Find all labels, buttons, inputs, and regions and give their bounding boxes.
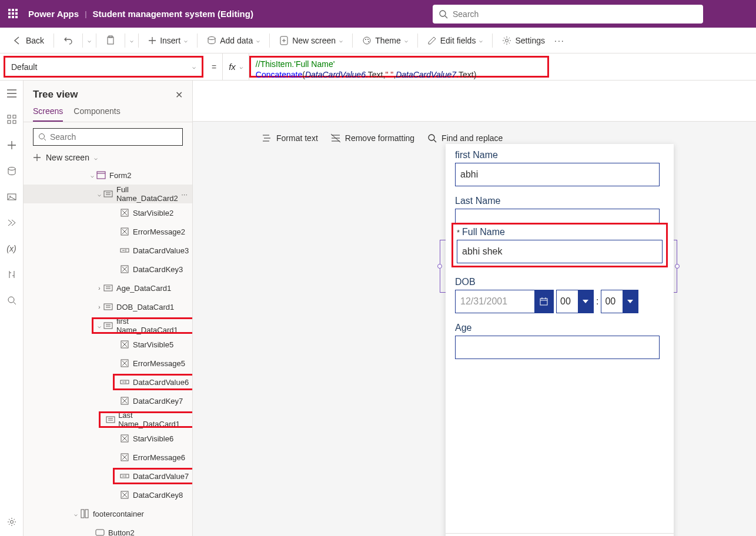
chevron-down-icon[interactable]: ⌵	[130, 37, 133, 43]
tab-screens[interactable]: Screens	[33, 106, 63, 122]
svg-line-22	[44, 139, 46, 140]
svg-rect-60	[96, 530, 104, 535]
tree-item[interactable]: StarVisible6	[24, 429, 192, 448]
insert-button[interactable]: Insert ⌵	[143, 32, 192, 49]
fx-label[interactable]: fx ⌵	[222, 53, 249, 80]
formula-input[interactable]: //ThisItem.'Full Name' Concatenate(DataC…	[249, 56, 549, 78]
full-name-label: Full Name	[462, 227, 505, 237]
new-screen-link[interactable]: New screen ⌵	[33, 152, 183, 163]
dob-minute-select[interactable]: 00	[601, 290, 638, 313]
tree-item-footer[interactable]: ⌵footercontainer	[24, 504, 192, 523]
svg-point-9	[368, 41, 369, 42]
tree-item-age-card[interactable]: ›Age_DataCard1	[24, 279, 192, 297]
settings-rail-icon[interactable]	[6, 516, 18, 528]
svg-point-62	[429, 135, 434, 140]
svg-rect-58	[81, 510, 84, 518]
format-text-button[interactable]: Format text	[262, 133, 318, 143]
svg-rect-37	[104, 304, 112, 310]
tree-item[interactable]: DataCardKey7	[24, 391, 192, 410]
svg-rect-49	[106, 417, 115, 423]
tree-item[interactable]: ErrorMessage2	[24, 222, 192, 241]
first-name-input[interactable]: abhi	[455, 163, 660, 186]
variables-rail-icon[interactable]: (x)	[6, 243, 18, 254]
dob-date-picker[interactable]: 12/31/2001	[455, 290, 554, 313]
tree-item-val6[interactable]: DataCardValue6	[24, 373, 192, 391]
tree-view-panel: Tree view ✕ Screens Components New scree…	[24, 81, 193, 536]
find-replace-button[interactable]: Find and replace	[427, 133, 503, 143]
svg-rect-64	[540, 299, 547, 305]
required-star: *	[457, 228, 460, 237]
search-input[interactable]	[453, 9, 697, 19]
undo-button[interactable]	[59, 32, 78, 49]
ellipsis-icon: ···	[554, 36, 565, 45]
chevron-down-icon: ⌵	[256, 37, 260, 43]
property-selector[interactable]: Default ⌵	[4, 56, 203, 78]
equals-sign: =	[206, 53, 222, 80]
search-icon	[427, 133, 437, 143]
svg-point-4	[208, 36, 215, 39]
more-icon[interactable]: ···	[181, 190, 188, 199]
svg-rect-13	[8, 120, 11, 123]
tree-item-firstname-card[interactable]: ⌵first Name_DataCard1	[24, 316, 192, 335]
close-icon[interactable]: ✕	[175, 89, 183, 101]
undo-icon	[63, 36, 73, 45]
hamburger-icon[interactable]	[6, 88, 18, 99]
search-rail-icon[interactable]	[6, 294, 18, 306]
settings-button[interactable]: Settings	[497, 32, 550, 49]
tree-item-val7[interactable]: DataCardValue7	[24, 467, 192, 485]
dob-hour-select[interactable]: 00	[556, 290, 594, 313]
tree-item-fullname-card[interactable]: ⌵Full Name_DataCard2···	[24, 185, 192, 203]
svg-rect-12	[13, 115, 16, 118]
tree-item[interactable]: StarVisible5	[24, 335, 192, 354]
new-screen-button[interactable]: New screen ⌵	[275, 32, 347, 49]
data-rail-icon[interactable]	[6, 165, 18, 177]
age-input[interactable]	[455, 336, 660, 359]
edit-icon	[427, 36, 437, 45]
tree-item-form2[interactable]: ⌵Form2	[24, 166, 192, 185]
tree-title: Tree view	[33, 89, 78, 101]
tree-icon[interactable]	[6, 113, 18, 125]
paste-button[interactable]	[101, 32, 120, 49]
tree-item[interactable]: DataCardKey3	[24, 260, 192, 279]
format-icon	[262, 134, 272, 142]
global-search[interactable]	[433, 5, 703, 24]
tree-item-dob-card[interactable]: ›DOB_DataCard1	[24, 297, 192, 316]
edit-fields-button[interactable]: Edit fields ⌵	[423, 32, 488, 49]
tree-item-button2[interactable]: Button2	[24, 523, 192, 536]
chevron-down-icon	[578, 290, 593, 313]
tree-item[interactable]: StarVisible2	[24, 203, 192, 222]
app-header: Power Apps | Student management system (…	[0, 0, 756, 28]
calendar-icon[interactable]	[534, 290, 553, 313]
flow-rail-icon[interactable]	[6, 217, 18, 229]
add-data-button[interactable]: Add data ⌵	[202, 32, 265, 49]
svg-point-18	[8, 297, 14, 303]
waffle-icon[interactable]	[8, 9, 19, 19]
more-button[interactable]: ···	[552, 32, 567, 49]
canvas: Format text Remove formatting Find and r…	[193, 81, 756, 536]
tools-rail-icon[interactable]	[6, 269, 18, 280]
age-label: Age	[455, 323, 664, 333]
tree-item[interactable]: DataCardValue3	[24, 241, 192, 260]
svg-rect-23	[97, 172, 105, 179]
remove-formatting-button[interactable]: Remove formatting	[331, 133, 414, 143]
svg-rect-14	[13, 120, 16, 123]
svg-point-15	[8, 168, 15, 170]
tree-search[interactable]	[33, 128, 183, 146]
back-button[interactable]: Back	[8, 32, 49, 49]
tree-item[interactable]: DataCardKey8	[24, 485, 192, 504]
media-rail-icon[interactable]	[6, 191, 18, 203]
gear-icon	[502, 36, 511, 45]
svg-rect-2	[108, 37, 113, 44]
chevron-down-icon[interactable]: ⌵	[88, 37, 91, 43]
last-name-input[interactable]	[455, 209, 660, 224]
full-name-input[interactable]: abhi shek	[457, 240, 663, 263]
tab-components[interactable]: Components	[73, 106, 120, 122]
tree-item[interactable]: ErrorMessage5	[24, 354, 192, 373]
search-icon	[439, 9, 448, 19]
tree-item-lastname-card[interactable]: Last Name_DataCard1	[24, 410, 192, 429]
theme-button[interactable]: Theme ⌵	[357, 32, 413, 49]
tree-item[interactable]: ErrorMessage6	[24, 448, 192, 467]
screen-icon	[279, 36, 289, 45]
plus-rail-icon[interactable]	[6, 139, 18, 151]
full-name-datacard[interactable]: * Full Name abhi shek	[451, 223, 668, 267]
